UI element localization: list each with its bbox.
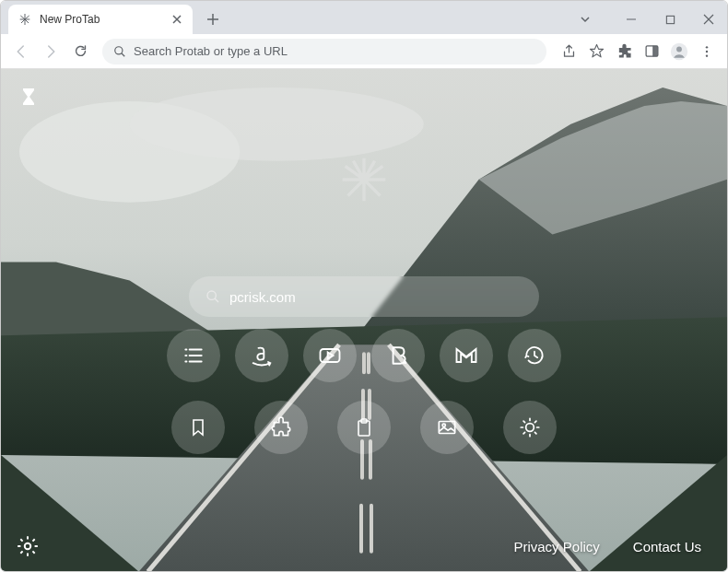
shortcut-amazon[interactable] — [235, 329, 288, 382]
extensions-button[interactable] — [611, 39, 637, 64]
share-button[interactable] — [556, 39, 581, 64]
forward-button[interactable] — [38, 39, 64, 64]
close-icon — [703, 14, 714, 25]
history-icon — [523, 344, 546, 368]
bookmark-star-button[interactable] — [583, 39, 609, 64]
svg-point-5 — [676, 46, 682, 52]
shortcut-gmail[interactable] — [440, 329, 493, 382]
minimize-button[interactable] — [620, 8, 642, 30]
share-icon — [561, 43, 577, 59]
panel-icon — [644, 43, 660, 59]
tab-close-button[interactable] — [170, 13, 183, 26]
browser-toolbar: Search Protab or type a URL — [1, 34, 727, 69]
shortcut-brightness[interactable] — [503, 401, 557, 454]
svg-rect-17 — [439, 422, 454, 434]
menu-button[interactable] — [694, 39, 720, 64]
page-search-input[interactable] — [229, 289, 523, 305]
close-window-button[interactable] — [698, 8, 720, 30]
tab-dropdown-button[interactable] — [574, 8, 596, 30]
avatar-icon — [670, 42, 688, 61]
reload-icon — [73, 43, 88, 59]
shortcut-list[interactable] — [167, 329, 220, 382]
back-button[interactable] — [8, 39, 34, 64]
puzzle-icon — [616, 43, 632, 59]
shortcuts-grid — [167, 329, 561, 454]
url-placeholder: Search Protab or type a URL — [134, 44, 288, 58]
kebab-icon — [699, 44, 714, 59]
gear-icon — [16, 534, 40, 558]
svg-point-19 — [526, 424, 534, 432]
brightness-icon — [518, 415, 542, 439]
hourglass-icon — [18, 86, 40, 108]
clipboard-icon — [353, 416, 375, 438]
svg-point-14 — [404, 361, 406, 364]
svg-point-8 — [706, 54, 708, 56]
protab-favicon-icon — [18, 12, 32, 27]
svg-rect-0 — [666, 16, 674, 23]
arrow-left-icon — [13, 43, 29, 60]
youtube-icon — [317, 343, 343, 368]
star-icon — [589, 43, 605, 59]
booking-icon — [386, 344, 410, 368]
plus-icon — [206, 13, 219, 26]
shortcut-bookmarks[interactable] — [171, 401, 225, 454]
search-icon — [205, 289, 220, 304]
shortcut-youtube[interactable] — [303, 329, 357, 382]
protab-logo-icon — [332, 147, 396, 212]
extension-icon — [269, 415, 293, 439]
shortcut-booking[interactable] — [371, 329, 425, 382]
browser-tab[interactable]: New ProTab — [8, 5, 193, 34]
chevron-down-icon — [579, 13, 592, 26]
reload-button[interactable] — [67, 39, 93, 64]
privacy-link[interactable]: Privacy Policy — [513, 539, 599, 554]
image-icon — [435, 415, 459, 439]
footer-links: Privacy Policy Contact Us — [513, 539, 701, 554]
side-panel-button[interactable] — [639, 39, 664, 64]
list-icon — [182, 344, 205, 368]
svg-rect-3 — [652, 46, 657, 56]
search-icon — [113, 45, 126, 58]
page-search-bar[interactable] — [189, 276, 539, 317]
profile-button[interactable] — [666, 39, 692, 64]
new-tab-page: Privacy Policy Contact Us — [1, 69, 727, 572]
shortcut-history[interactable] — [508, 329, 561, 382]
settings-button[interactable] — [16, 534, 40, 558]
svg-point-7 — [706, 50, 708, 52]
amazon-icon — [249, 343, 275, 368]
shortcut-extensions[interactable] — [254, 401, 308, 454]
maximize-icon — [665, 15, 675, 25]
shortcut-gallery[interactable] — [420, 401, 474, 454]
new-tab-button[interactable] — [200, 6, 226, 32]
svg-point-12 — [207, 291, 216, 299]
svg-point-1 — [115, 46, 123, 53]
arrow-right-icon — [42, 43, 59, 60]
gmail-icon — [453, 343, 479, 368]
window-controls — [574, 8, 720, 30]
contact-link[interactable]: Contact Us — [633, 539, 701, 554]
svg-point-6 — [706, 46, 708, 48]
close-icon — [172, 15, 182, 24]
url-bar[interactable]: Search Protab or type a URL — [102, 39, 546, 64]
shortcut-clipboard[interactable] — [337, 401, 391, 454]
timer-button[interactable] — [18, 86, 40, 108]
bookmark-icon — [187, 416, 209, 438]
svg-point-20 — [25, 543, 31, 550]
minimize-icon — [626, 14, 637, 25]
tab-title: New ProTab — [40, 13, 100, 26]
svg-rect-13 — [321, 349, 340, 362]
titlebar: New ProTab — [1, 1, 727, 34]
maximize-button[interactable] — [659, 8, 681, 30]
